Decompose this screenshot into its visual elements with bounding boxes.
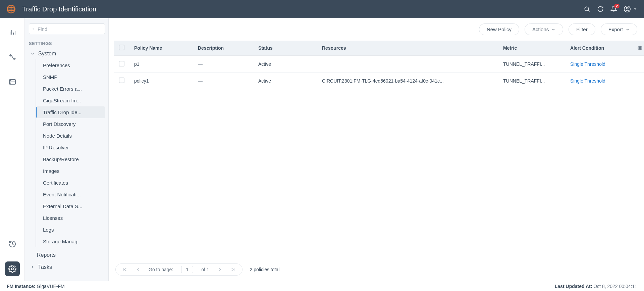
refresh-icon[interactable] <box>594 2 607 16</box>
sidebar-search-input[interactable] <box>38 26 101 32</box>
new-policy-button[interactable]: New Policy <box>479 23 519 35</box>
sidebar-group-tasks[interactable]: Tasks <box>29 263 105 272</box>
notification-badge: 2 <box>614 4 620 8</box>
sidebar-search[interactable] <box>29 23 105 34</box>
cell-alert-link[interactable]: Single Threshold <box>570 78 605 84</box>
sidebar-item[interactable]: SNMP <box>36 71 105 83</box>
rail-traffic-icon[interactable] <box>5 50 20 64</box>
sidebar-item[interactable]: External Data S... <box>36 200 105 212</box>
sidebar-group-label: System <box>38 51 56 57</box>
filter-button[interactable]: Filter <box>569 23 595 35</box>
app-logo <box>6 4 16 14</box>
actions-button[interactable]: Actions <box>525 23 563 35</box>
page-input[interactable] <box>181 266 193 273</box>
page-title: Traffic Drop Identification <box>22 5 96 13</box>
svg-point-7 <box>626 7 628 9</box>
chevron-right-icon <box>30 265 35 269</box>
sidebar-item[interactable]: Storage Manag... <box>36 236 105 247</box>
row-checkbox[interactable] <box>119 78 124 83</box>
sidebar-item[interactable]: Packet Errors a... <box>36 83 105 95</box>
chevron-down-icon <box>626 28 630 32</box>
sidebar-item[interactable]: Port Discovery <box>36 118 105 130</box>
sidebar-item[interactable]: Images <box>36 165 105 177</box>
notification-icon[interactable]: 2 <box>607 2 621 16</box>
last-updated-label: Last Updated At: <box>555 284 592 289</box>
last-updated-value: Oct 8, 2022 00:04:11 <box>593 284 637 289</box>
page-next-icon[interactable] <box>217 267 222 272</box>
sidebar-item[interactable]: Traffic Drop Ide... <box>36 106 105 118</box>
rail-settings-icon[interactable] <box>5 261 20 276</box>
content-area: New Policy Actions Filter Export <box>109 18 644 281</box>
table-row: p1—ActiveTUNNEL_TRAFFI...Single Threshol… <box>114 56 644 72</box>
page-prev-icon[interactable] <box>136 267 141 272</box>
go-to-page-label: Go to page: <box>149 267 173 272</box>
pagination: Go to page: of 1 2 policies total <box>115 263 637 276</box>
row-checkbox[interactable] <box>119 61 124 66</box>
select-all-checkbox[interactable] <box>119 45 124 50</box>
sidebar-section-heading: SETTINGS <box>29 41 105 46</box>
sidebar-item[interactable]: Logs <box>36 224 105 236</box>
sidebar-subitems: PreferencesSNMPPacket Errors a...GigaStr… <box>36 59 105 247</box>
svg-marker-8 <box>634 8 637 9</box>
svg-point-4 <box>585 7 589 11</box>
col-header-name[interactable]: Policy Name <box>129 41 193 56</box>
page-first-icon[interactable] <box>122 267 128 272</box>
cell-name: p1 <box>129 56 193 72</box>
search-icon[interactable] <box>580 2 594 16</box>
export-button[interactable]: Export <box>601 23 637 35</box>
chevron-down-icon <box>551 28 555 32</box>
sidebar-item[interactable]: Event Notificati... <box>36 189 105 200</box>
sidebar-item[interactable]: Preferences <box>36 59 105 71</box>
pagination-total: 2 policies total <box>250 267 280 272</box>
cell-status: Active <box>254 56 317 72</box>
svg-point-21 <box>639 47 641 49</box>
cell-description: — <box>193 56 254 72</box>
svg-line-13 <box>11 55 13 59</box>
sidebar-item[interactable]: Backup/Restore <box>36 153 105 165</box>
col-header-status[interactable]: Status <box>254 41 317 56</box>
col-header-alert[interactable]: Alert Condition <box>566 41 633 56</box>
cell-alert-link[interactable]: Single Threshold <box>570 61 605 67</box>
col-header-settings[interactable] <box>633 41 644 56</box>
policies-table: Policy Name Description Status Resources… <box>114 41 644 89</box>
rail-inventory-icon[interactable] <box>5 75 20 89</box>
cell-metric: TUNNEL_TRAFFI... <box>498 56 566 72</box>
cell-name: policy1 <box>129 72 193 89</box>
sidebar-group-system[interactable]: System <box>29 49 105 58</box>
fm-instance-name: GigaVUE-FM <box>37 284 64 289</box>
top-bar: Traffic Drop Identification 2 <box>0 0 644 18</box>
chevron-down-icon <box>30 52 35 56</box>
cell-resources: CIRCUIT:2301:FM-TLG-4ed56021-ba54-4124-a… <box>317 72 498 89</box>
fm-instance-label: FM Instance: <box>7 284 36 289</box>
sidebar-item[interactable]: Node Details <box>36 130 105 142</box>
nav-rail <box>0 18 25 281</box>
sidebar: SETTINGS System PreferencesSNMPPacket Er… <box>25 18 109 281</box>
sidebar-item[interactable]: Certificates <box>36 177 105 189</box>
svg-point-16 <box>10 81 11 81</box>
user-menu-icon[interactable] <box>621 2 634 16</box>
status-bar: FM Instance: GigaVUE-FM Last Updated At:… <box>0 281 644 291</box>
svg-point-17 <box>10 83 11 83</box>
col-header-metric[interactable]: Metric <box>498 41 566 56</box>
sidebar-group-reports[interactable]: Reports <box>36 251 105 259</box>
cell-resources <box>317 56 498 72</box>
rail-dashboard-icon[interactable] <box>5 25 20 40</box>
sidebar-item[interactable]: IP Resolver <box>36 142 105 153</box>
svg-point-18 <box>11 268 13 270</box>
col-header-description[interactable]: Description <box>193 41 254 56</box>
search-icon <box>33 26 34 32</box>
cell-status: Active <box>254 72 317 89</box>
col-header-resources[interactable]: Resources <box>317 41 498 56</box>
page-last-icon[interactable] <box>230 267 235 272</box>
rail-history-icon[interactable] <box>5 237 20 251</box>
user-menu-chevron-icon[interactable] <box>633 2 638 16</box>
table-row: policy1—ActiveCIRCUIT:2301:FM-TLG-4ed560… <box>114 72 644 89</box>
sidebar-group-label: Tasks <box>38 264 52 270</box>
toolbar: New Policy Actions Filter Export <box>109 18 644 35</box>
svg-line-5 <box>588 10 589 11</box>
sidebar-item[interactable]: GigaStream Im... <box>36 95 105 106</box>
sidebar-group-label: Reports <box>37 252 56 258</box>
cell-metric: TUNNEL_TRAFFI... <box>498 72 566 89</box>
svg-point-19 <box>33 28 34 29</box>
sidebar-item[interactable]: Licenses <box>36 212 105 224</box>
